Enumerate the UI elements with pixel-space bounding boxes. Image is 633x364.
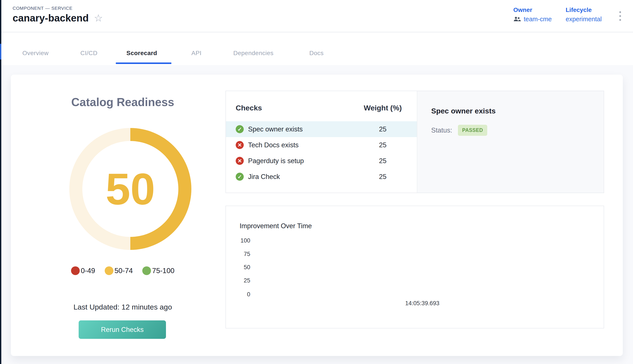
left-rail (0, 0, 1, 364)
check-passed-icon: ✓ (236, 125, 244, 133)
check-row-tech-docs[interactable]: ✕ Tech Docs exists 25 (226, 137, 417, 153)
active-tab-indicator (116, 62, 171, 64)
status-row: Status: PASSED (431, 125, 487, 136)
entity-header: COMPONENT — SERVICE canary-backend ☆ Own… (1, 0, 633, 32)
y-axis-tick: 75 (226, 250, 250, 258)
lifecycle-value: experimental (566, 16, 602, 23)
y-axis-tick: 25 (226, 277, 250, 284)
status-badge: PASSED (458, 125, 488, 136)
score-legend: 0-49 50-74 75-100 (11, 266, 235, 275)
last-updated-text: Last Updated: 12 minutes ago (11, 303, 235, 311)
column-header-weight: Weight (%) (361, 104, 405, 112)
improvement-chart: Improvement Over Time 100 75 50 25 0 14:… (226, 206, 604, 328)
score-gauge-inner: 50 (82, 141, 178, 237)
column-header-checks: Checks (236, 104, 262, 112)
check-failed-icon: ✕ (236, 157, 244, 165)
status-label: Status: (431, 126, 452, 134)
check-row-jira[interactable]: ✓ Jira Check 25 (226, 169, 417, 184)
tab-overview[interactable]: Overview (22, 50, 49, 56)
check-weight: 25 (361, 141, 405, 149)
breadcrumb: COMPONENT — SERVICE (13, 6, 73, 11)
legend-dot-yellow-icon (105, 266, 113, 275)
check-weight: 25 (361, 157, 405, 165)
tab-scorecard[interactable]: Scorecard (126, 50, 157, 56)
score-value: 50 (106, 163, 155, 214)
check-name: Tech Docs exists (248, 141, 299, 149)
legend-item-high: 75-100 (142, 266, 174, 275)
score-gauge: 50 (69, 128, 191, 250)
check-name: Pagerduty is setup (248, 157, 304, 165)
check-weight: 25 (361, 173, 405, 181)
lifecycle-label: Lifecycle (566, 6, 602, 14)
check-detail-panel: Spec owner exists Status: PASSED (417, 91, 604, 193)
tab-api[interactable]: API (191, 50, 201, 56)
tab-bar: Overview CI/CD Scorecard API Dependencie… (1, 32, 633, 65)
y-axis-tick: 50 (226, 264, 250, 271)
tab-docs[interactable]: Docs (309, 50, 324, 56)
star-icon[interactable]: ☆ (94, 13, 103, 23)
y-axis-tick: 0 (226, 291, 250, 298)
checks-table: Checks Weight (%) ✓ Spec owner exists 25… (226, 91, 417, 193)
page-title: canary-backend (13, 12, 89, 24)
legend-dot-red-icon (71, 266, 80, 275)
y-axis-tick: 100 (226, 237, 250, 244)
legend-label: 75-100 (152, 266, 174, 275)
kebab-menu-icon[interactable] (619, 11, 621, 21)
owner-block: Owner team-cme (513, 6, 552, 23)
detail-title: Spec owner exists (431, 107, 496, 115)
people-icon (513, 16, 521, 22)
legend-label: 50-74 (114, 266, 133, 275)
chart-title: Improvement Over Time (240, 222, 312, 230)
check-row-spec-owner[interactable]: ✓ Spec owner exists 25 (226, 121, 417, 137)
tab-cicd[interactable]: CI/CD (80, 50, 98, 56)
tab-dependencies[interactable]: Dependencies (233, 50, 274, 56)
check-name: Jira Check (248, 173, 280, 181)
check-failed-icon: ✕ (236, 141, 244, 149)
owner-link[interactable]: team-cme (524, 16, 552, 23)
rail-active-indicator (0, 44, 1, 60)
legend-label: 0-49 (81, 266, 95, 275)
legend-dot-green-icon (142, 266, 151, 275)
checks-panel: Checks Weight (%) ✓ Spec owner exists 25… (226, 91, 604, 193)
rerun-checks-button[interactable]: Rerun Checks (79, 320, 166, 339)
check-row-pagerduty[interactable]: ✕ Pagerduty is setup 25 (226, 153, 417, 169)
check-name: Spec owner exists (248, 126, 303, 133)
title-row: canary-backend ☆ (13, 12, 103, 24)
scorecard-title: Catalog Readiness (11, 96, 235, 109)
owner-label: Owner (513, 6, 552, 14)
check-passed-icon: ✓ (236, 173, 244, 181)
scorecard-card: Catalog Readiness 50 0-49 50-74 75-100 L… (11, 74, 623, 356)
legend-item-low: 0-49 (71, 266, 95, 275)
check-weight: 25 (361, 126, 405, 133)
lifecycle-block: Lifecycle experimental (566, 6, 602, 23)
app-screen: COMPONENT — SERVICE canary-backend ☆ Own… (0, 0, 633, 364)
x-axis-tick: 14:05:39.693 (405, 300, 440, 307)
legend-item-mid: 50-74 (105, 266, 133, 275)
